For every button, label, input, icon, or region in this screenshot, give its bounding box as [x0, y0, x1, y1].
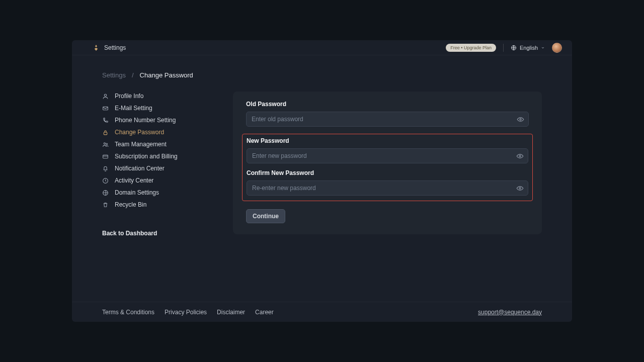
- sidebar-item-label: Domain Settings: [115, 189, 159, 196]
- footer-link-privacy[interactable]: Privacy Policies: [165, 309, 207, 316]
- sidebar-nav: Profile Info E-Mail Setting Phone Number…: [102, 90, 213, 211]
- activity-icon: [102, 177, 109, 184]
- continue-button[interactable]: Continue: [246, 209, 285, 223]
- left-column: Settings / Change Password Profile Info …: [102, 71, 213, 302]
- sidebar-item-profile-info[interactable]: Profile Info: [102, 90, 213, 102]
- new-password-input-wrap: [247, 148, 528, 163]
- footer-link-terms[interactable]: Terms & Conditions: [102, 309, 154, 316]
- old-password-input-wrap: [246, 112, 529, 127]
- footer-link-career[interactable]: Career: [255, 309, 274, 316]
- sidebar-item-domain-settings[interactable]: Domain Settings: [102, 187, 213, 199]
- sidebar-item-label: Recycle Bin: [115, 201, 146, 208]
- toggle-confirm-password-visibility-button[interactable]: [515, 184, 524, 193]
- user-icon: [102, 93, 109, 100]
- body-row: Settings / Change Password Profile Info …: [72, 55, 572, 302]
- confirm-password-label: Confirm New Password: [247, 169, 528, 176]
- svg-point-11: [519, 187, 520, 189]
- footer-link-disclaimer[interactable]: Disclaimer: [217, 309, 245, 316]
- globe-icon: [102, 190, 109, 196]
- app-logo-icon: [92, 44, 100, 52]
- mail-icon: [102, 105, 109, 112]
- sidebar-item-phone-number-setting[interactable]: Phone Number Setting: [102, 114, 213, 126]
- change-password-panel: Old Password New Password: [233, 92, 542, 234]
- sidebar-item-email-setting[interactable]: E-Mail Setting: [102, 102, 213, 114]
- new-password-input[interactable]: [247, 148, 528, 163]
- lock-icon: [102, 129, 109, 136]
- svg-rect-3: [104, 132, 107, 134]
- svg-rect-6: [103, 155, 108, 158]
- sidebar-item-subscription-billing[interactable]: Subscription and Billing: [102, 150, 213, 162]
- svg-point-9: [519, 118, 521, 120]
- card-icon: [102, 153, 109, 160]
- eye-icon: [516, 152, 524, 160]
- breadcrumb-current: Change Password: [140, 71, 193, 79]
- svg-point-5: [106, 143, 108, 145]
- breadcrumb-root[interactable]: Settings: [102, 71, 126, 79]
- sidebar-item-label: E-Mail Setting: [115, 105, 152, 112]
- confirm-password-group: Confirm New Password: [247, 169, 528, 196]
- support-email-link[interactable]: support@sequence.day: [478, 309, 542, 316]
- back-to-dashboard-link[interactable]: Back to Dashboard: [102, 230, 213, 237]
- sidebar-item-label: Profile Info: [115, 93, 143, 100]
- bell-icon: [102, 165, 109, 172]
- svg-point-1: [104, 94, 106, 96]
- toggle-new-password-visibility-button[interactable]: [515, 151, 524, 160]
- breadcrumb: Settings / Change Password: [102, 71, 213, 79]
- sidebar-item-notification-center[interactable]: Notification Center: [102, 162, 213, 174]
- sidebar-item-label: Notification Center: [115, 165, 165, 172]
- sidebar-item-change-password[interactable]: Change Password: [102, 126, 213, 138]
- sidebar-item-label: Phone Number Setting: [115, 117, 176, 124]
- sidebar-item-team-management[interactable]: Team Management: [102, 138, 213, 150]
- avatar[interactable]: [552, 43, 562, 53]
- sidebar-item-label: Activity Center: [115, 177, 153, 184]
- header-bar: Settings Free • Upgrade Plan English: [72, 40, 572, 55]
- header-right: Free • Upgrade Plan English: [446, 43, 562, 53]
- sidebar-item-recycle-bin[interactable]: Recycle Bin: [102, 199, 213, 211]
- eye-icon: [516, 185, 524, 192]
- upgrade-plan-button[interactable]: Free • Upgrade Plan: [446, 44, 496, 52]
- confirm-password-input-wrap: [247, 180, 528, 196]
- chevron-down-icon: [541, 46, 545, 50]
- svg-point-4: [104, 142, 105, 144]
- globe-icon: [511, 45, 517, 51]
- sidebar-item-label: Team Management: [115, 141, 167, 148]
- confirm-password-input[interactable]: [247, 180, 528, 196]
- app-frame: Settings Free • Upgrade Plan English Set…: [72, 40, 572, 322]
- new-password-highlight-box: New Password Confirm New Password: [242, 134, 533, 201]
- header-divider: [503, 44, 504, 52]
- sidebar-item-label: Subscription and Billing: [115, 153, 178, 160]
- sidebar-item-label: Change Password: [115, 129, 164, 136]
- header-title: Settings: [104, 44, 126, 51]
- team-icon: [102, 141, 109, 148]
- svg-point-10: [519, 155, 520, 156]
- language-selector[interactable]: English: [511, 45, 545, 51]
- new-password-group: New Password: [247, 137, 528, 163]
- old-password-input[interactable]: [246, 112, 529, 127]
- toggle-old-password-visibility-button[interactable]: [516, 115, 525, 124]
- old-password-group: Old Password: [242, 101, 533, 131]
- trash-icon: [102, 202, 109, 208]
- language-label: English: [520, 45, 538, 51]
- eye-icon: [517, 116, 524, 123]
- phone-icon: [102, 117, 109, 124]
- new-password-label: New Password: [247, 137, 528, 144]
- breadcrumb-separator: /: [132, 71, 134, 79]
- footer-bar: Terms & Conditions Privacy Policies Disc…: [72, 302, 572, 322]
- right-column: Old Password New Password: [233, 71, 542, 302]
- old-password-label: Old Password: [246, 101, 529, 108]
- sidebar-item-activity-center[interactable]: Activity Center: [102, 174, 213, 187]
